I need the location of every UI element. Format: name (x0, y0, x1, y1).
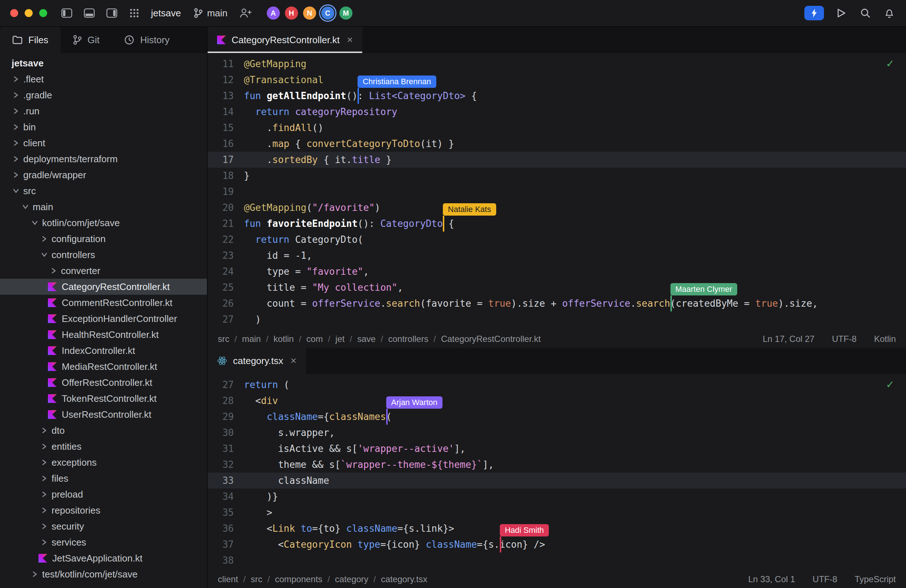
tree-item-main[interactable]: main (0, 199, 207, 215)
code-line-36[interactable]: 36 <Link to={to} className={s.link}> (207, 521, 906, 537)
toggle-left-panel-icon[interactable] (60, 6, 73, 20)
breadcrumb-item[interactable]: controllers (388, 334, 429, 344)
avatar-a[interactable]: A (267, 6, 280, 20)
code-line-16[interactable]: 16 .map { convertCategoryToDto(it) } (207, 136, 906, 152)
tab-files[interactable]: Files (0, 27, 61, 53)
close-tab-icon[interactable]: × (347, 34, 353, 46)
tree-item-deployments-terraform[interactable]: deployments/terraform (0, 151, 207, 167)
code-line-13[interactable]: 13fun getAllEndpoint(): List<CategoryDto… (207, 88, 906, 104)
tree-item-mediarestcontroller-kt[interactable]: MediaRestController.kt (0, 359, 207, 374)
chevron-right-icon[interactable] (29, 571, 41, 577)
code-line-29[interactable]: 29 className={classNames( (207, 409, 906, 425)
chevron-right-icon[interactable] (38, 236, 50, 242)
chevron-right-icon[interactable] (10, 108, 22, 114)
code-line-25[interactable]: 25 title = "My collection", (207, 279, 906, 295)
tree-item-userrestcontroller-kt[interactable]: UserRestController.kt (0, 406, 207, 422)
chevron-right-icon[interactable] (38, 491, 50, 498)
code-line-26[interactable]: 26 count = offerService.search(favorite … (207, 295, 906, 311)
tree-item-healthrestcontroller-kt[interactable]: HealthRestController.kt (0, 327, 207, 343)
code-line-22[interactable]: 22 return CategoryDto( (207, 231, 906, 247)
tree-item-gradle-wrapper[interactable]: gradle/wrapper (0, 167, 207, 183)
code-area[interactable]: ✓ 11@GetMapping12@Transactional13fun get… (207, 53, 906, 330)
breadcrumb-item[interactable]: src (251, 574, 262, 584)
tree-item-dto[interactable]: dto (0, 422, 207, 438)
code-line-21[interactable]: 21fun favoriteEndpoint(): CategoryDto { (207, 215, 906, 231)
tree-item-repositories[interactable]: repositories (0, 502, 207, 518)
code-line-38[interactable]: 38 (207, 553, 906, 569)
chevron-down-icon[interactable] (41, 249, 48, 261)
file-encoding[interactable]: UTF-8 (832, 334, 857, 344)
tree-item-offerrestcontroller-kt[interactable]: OfferRestController.kt (0, 374, 207, 390)
tree-item-tokenrestcontroller-kt[interactable]: TokenRestController.kt (0, 390, 207, 406)
tree-item--gradle[interactable]: .gradle (0, 87, 207, 103)
caret-position[interactable]: Ln 17, Col 27 (762, 334, 815, 344)
code-line-11[interactable]: 11@GetMapping (207, 56, 906, 72)
code-line-34[interactable]: 34 )} (207, 489, 906, 505)
file-encoding[interactable]: UTF-8 (813, 574, 837, 584)
code-line-12[interactable]: 12@Transactional (207, 72, 906, 88)
chevron-right-icon[interactable] (38, 539, 50, 545)
tab-history[interactable]: History (112, 27, 182, 53)
tree-item-test-kotlin-com-jet-save[interactable]: test/kotlin/com/jet/save (0, 566, 207, 582)
chevron-right-icon[interactable] (10, 124, 22, 130)
code-line-27[interactable]: 27return ( (207, 377, 906, 393)
code-line-37[interactable]: 37 <CategoryIcon type={icon} className={… (207, 537, 906, 553)
toggle-right-panel-icon[interactable] (105, 6, 118, 20)
run-icon[interactable] (835, 6, 848, 20)
breadcrumb-item[interactable]: com (306, 334, 323, 344)
breadcrumb-item[interactable]: save (357, 334, 376, 344)
minimize-window-button[interactable] (25, 9, 33, 17)
chevron-right-icon[interactable] (38, 475, 50, 482)
code-line-15[interactable]: 15 .findAll() (207, 120, 906, 136)
close-window-button[interactable] (10, 9, 18, 17)
breadcrumb-item[interactable]: src (218, 334, 230, 344)
code-line-28[interactable]: 28 <div (207, 393, 906, 409)
code-line-31[interactable]: 31 isActive && s['wrapper--active'], (207, 441, 906, 457)
tree-item-controllers[interactable]: controllers (0, 247, 207, 263)
breadcrumb-item[interactable]: jet (335, 334, 345, 344)
tree-item-security[interactable]: security (0, 518, 207, 534)
code-line-23[interactable]: 23 id = -1, (207, 247, 906, 263)
tree-item-bin[interactable]: bin (0, 119, 207, 135)
tree-item-jetsaveapplication-kt[interactable]: JetSaveApplication.kt (0, 550, 207, 566)
breadcrumb-item[interactable]: client (218, 574, 238, 584)
close-tab-icon[interactable]: × (290, 355, 296, 367)
chevron-down-icon[interactable] (22, 201, 29, 213)
tree-item-exceptions[interactable]: exceptions (0, 454, 207, 470)
breadcrumb-item[interactable]: category (335, 574, 368, 584)
code-line-35[interactable]: 35 > (207, 505, 906, 521)
chevron-right-icon[interactable] (38, 427, 50, 434)
breadcrumb-item[interactable]: main (242, 334, 261, 344)
avatar-c[interactable]: C (321, 6, 334, 20)
chevron-right-icon[interactable] (10, 172, 22, 178)
tab-git[interactable]: Git (61, 27, 112, 53)
tree-item-files[interactable]: files (0, 470, 207, 486)
tree-item-preload[interactable]: preload (0, 486, 207, 502)
chevron-right-icon[interactable] (10, 140, 22, 146)
chevron-down-icon[interactable] (13, 185, 19, 197)
tree-item-converter[interactable]: converter (0, 263, 207, 279)
code-line-32[interactable]: 32 theme && s[`wrapper--theme-${theme}`]… (207, 457, 906, 473)
maximize-window-button[interactable] (39, 9, 47, 17)
tree-item--run[interactable]: .run (0, 103, 207, 119)
search-icon[interactable] (859, 6, 872, 20)
chevron-down-icon[interactable] (32, 217, 38, 229)
code-line-30[interactable]: 30 s.wrapper, (207, 425, 906, 441)
tree-item-entities[interactable]: entities (0, 438, 207, 454)
code-line-19[interactable]: 19 (207, 184, 906, 200)
chevron-right-icon[interactable] (10, 156, 22, 162)
tree-item-exceptionhandlercontroller[interactable]: ExceptionHandlerController (0, 311, 207, 327)
workspaces-grid-icon[interactable] (128, 6, 141, 20)
code-line-20[interactable]: 20@GetMapping("/favorite") (207, 200, 906, 215)
tree-item--fleet[interactable]: .fleet (0, 71, 207, 87)
add-collaborator-icon[interactable] (239, 6, 252, 20)
workspace-name[interactable]: jetsave (151, 8, 181, 19)
code-line-17[interactable]: 17 .sortedBy { it.title } (207, 152, 906, 168)
breadcrumb-item[interactable]: components (275, 574, 322, 584)
chevron-right-icon[interactable] (38, 523, 50, 529)
tree-item-src[interactable]: src (0, 183, 207, 199)
toggle-bottom-panel-icon[interactable] (83, 6, 96, 20)
avatar-h[interactable]: H (285, 6, 298, 20)
breadcrumb-item[interactable]: kotlin (273, 334, 293, 344)
branch-selector[interactable]: main (194, 8, 227, 19)
